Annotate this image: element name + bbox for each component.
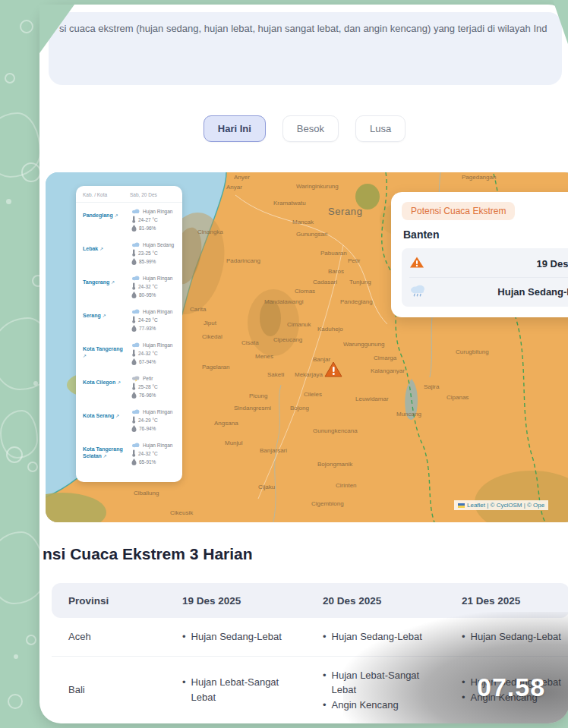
extreme-weather-popup: Potensi Cuaca Ekstrem Banten 19 Des 2025… [391,192,568,317]
kabkota-row[interactable]: Serang ↗ Hujan Ringan 24-29 °C 77-93% [76,303,182,336]
map-place-label: Ciomas [295,288,315,295]
map-place-label: Waringinkurung [296,183,339,190]
condition-icon [131,275,140,282]
bullet-icon: • [182,629,186,644]
condition-label: Hujan Ringan [143,342,172,348]
condition-icon [131,241,140,248]
thermometer-icon [131,349,136,358]
condition-label: Hujan Ringan [143,443,172,448]
kabkota-name[interactable]: Kota Serang [83,413,114,418]
map-place-label: Sajira [424,383,439,390]
temp-range: 24-27 °C [138,217,158,222]
map-place-label: Kramatwatu [273,200,306,206]
condition-label: Hujan Ringan [143,309,172,314]
map-place-label: Kaduhejo [317,326,343,332]
bullet-icon: • [462,690,465,705]
humidity-range: 81-96% [139,225,156,231]
kabkota-row[interactable]: Tangerang ↗ Hujan Ringan 24-32 °C 80-95% [76,269,182,303]
kabkota-name[interactable]: Kota Tangerang [83,346,123,351]
humidity-range: 67-94% [139,359,156,364]
thermometer-icon [131,316,136,324]
thermometer-icon [131,449,136,458]
droplet-icon [131,459,137,466]
weather-page-card: si cuaca ekstrem (hujan sedang, hujan le… [39,5,568,723]
thermometer-icon [131,216,136,224]
kabkota-name[interactable]: Serang [83,313,101,318]
map-place-label: Picung [249,392,267,399]
temp-range: 25-28 °C [138,384,158,389]
warning-marker-icon[interactable] [323,361,343,381]
map-place-label: Cinangka [197,228,223,235]
map-place-label: Menes [255,353,273,360]
map-place-label: Cadasari [313,279,337,285]
map-place-label: Cimanuk [287,321,311,328]
wallpaper-doodle [27,462,38,472]
forecast-item: •Hujan Sedang-Lebat [323,629,438,644]
day2-forecast: •Hujan Sedang-Lebat [323,629,462,644]
kabkota-name[interactable]: Tangerang [83,279,109,285]
map-place-label: Bojong [290,405,309,411]
condition-label: Petir [143,376,153,381]
droplet-icon [131,392,137,399]
map-place-label: Pagelaran [202,364,229,370]
wallpaper-doodle [26,635,36,645]
map-place-label: Cirinten [336,482,357,489]
map-place-label: Anyar [226,184,242,191]
tab-besok[interactable]: Besok [282,115,339,142]
bullet-icon: • [182,675,186,704]
hero-description: si cuaca ekstrem (hujan sedang, hujan le… [59,23,547,34]
condition-icon [131,308,140,315]
kabkota-row[interactable]: Kota Tangerang Selatan ↗ Hujan Ringan 24… [76,436,182,470]
temp-range: 24-29 °C [138,317,158,323]
weather-map[interactable]: AnyerAnyarWaringinkurungKramatwatuSerang… [46,172,568,522]
panel-col-date: Sab, 20 Des [130,192,157,197]
temp-range: 24-32 °C [138,284,158,289]
thermometer-icon [131,416,136,424]
droplet-icon [131,425,137,433]
kabkota-name[interactable]: Lebak [83,246,98,251]
thermometer-icon [131,282,136,291]
forecast-item: •Hujan Lebat-Sangat Lebat [323,668,438,698]
wallpaper-doodle [0,531,46,604]
day2-forecast: •Hujan Lebat-Sangat Lebat•Angin Kencang [323,668,462,713]
kabkota-row[interactable]: Kota Tangerang ↗ Hujan Ringan 24-32 °C 6… [76,336,182,370]
condition-icon [131,375,140,383]
forecast-item: •Hujan Sedang-Lebat [182,629,298,644]
day1-forecast: •Hujan Lebat-Sangat Lebat [182,675,323,704]
map-place-label: Cijaku [258,484,275,490]
day3-forecast: •Hujan Sedang-Lebat [462,629,568,644]
forecast-item: •Hujan Lebat-Sangat Lebat [182,675,298,704]
tab-lusa[interactable]: Lusa [355,115,405,142]
map-place-label: Anyer [234,174,250,181]
kabkota-panel-header: Kab. / Kota Sab, 20 Des [76,186,182,203]
external-link-icon: ↗ [103,454,107,459]
province-name: Bali [52,684,182,695]
kabkota-name[interactable]: Kota Cilegon [83,380,115,385]
humidity-range: 80-95% [139,292,156,298]
kabkota-row[interactable]: Pandeglang ↗ Hujan Ringan 24-27 °C 81-96… [76,203,182,236]
popup-badge: Potensi Cuaca Ekstrem [402,202,515,220]
temp-range: 24-32 °C [138,351,158,356]
map-place-label: Gunungsari [296,231,327,238]
condition-label: Hujan Ringan [143,276,172,281]
popup-region: Banten [403,228,568,241]
wallpaper-doodle [6,199,11,204]
wallpaper-doodle [21,162,41,182]
bullet-icon: • [323,629,327,644]
map-place-label: Cikeusik [170,509,193,516]
kabkota-name[interactable]: Pandeglang [83,213,113,218]
map-place-label: Mekarjaya [295,371,323,378]
kabkota-row[interactable]: Kota Serang ↗ Hujan Ringan 24-29 °C 76-9… [76,403,182,436]
map-place-label: Warunggunung [343,341,384,348]
map-place-label: Bojongmanik [317,461,352,468]
tab-hari-ini[interactable]: Hari Ini [204,115,266,142]
wallpaper-doodle [14,654,18,659]
col-header-day3: 21 Des 2025 [462,595,568,607]
wallpaper-doodle [20,20,33,33]
bullet-icon: • [462,675,465,690]
kabkota-row[interactable]: Lebak ↗ Hujan Sedang 23-25 °C 85-99% [76,236,182,269]
col-header-day1: 19 Des 2025 [182,595,323,607]
map-attribution[interactable]: Leaflet | © CyclOSM | © Ope [454,500,548,510]
kabkota-row[interactable]: Kota Cilegon ↗ Petir 25-28 °C 76-96% [76,370,182,403]
panel-col-kabkota: Kab. / Kota [83,192,130,197]
